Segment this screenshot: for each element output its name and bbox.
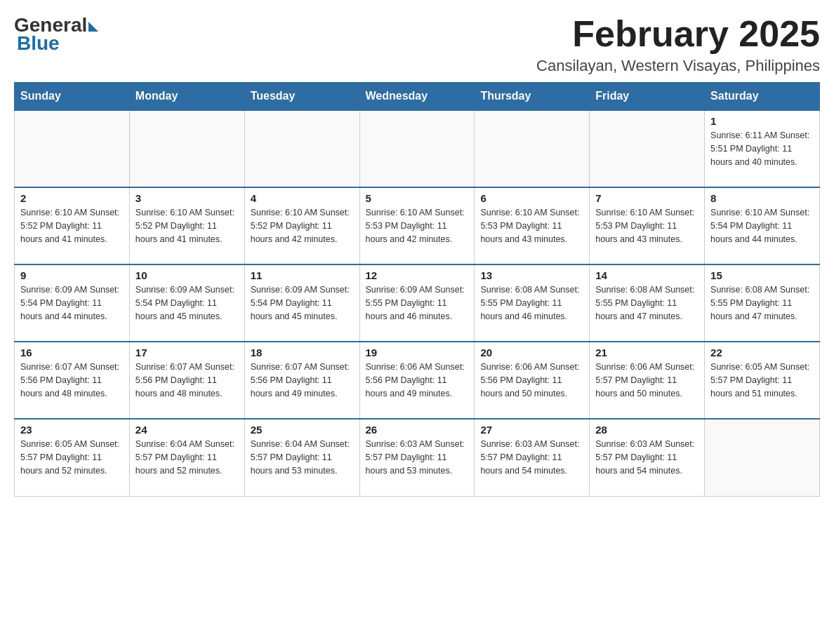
weekday-header-monday: Monday [129, 83, 244, 111]
day-number: 16 [20, 347, 124, 358]
calendar-cell: 28Sunrise: 6:03 AM Sunset: 5:57 PM Dayli… [590, 419, 705, 496]
weekday-header-thursday: Thursday [475, 83, 590, 111]
day-info: Sunrise: 6:06 AM Sunset: 5:56 PM Dayligh… [480, 361, 583, 400]
day-number: 9 [20, 269, 124, 281]
weekday-header-tuesday: Tuesday [244, 83, 359, 111]
location-title: Cansilayan, Western Visayas, Philippines [536, 57, 820, 75]
day-number: 5 [366, 192, 469, 204]
calendar-table: SundayMondayTuesdayWednesdayThursdayFrid… [14, 82, 820, 497]
calendar-cell: 7Sunrise: 6:10 AM Sunset: 5:53 PM Daylig… [590, 187, 705, 264]
calendar-cell: 26Sunrise: 6:03 AM Sunset: 5:57 PM Dayli… [359, 419, 475, 496]
day-info: Sunrise: 6:08 AM Sunset: 5:55 PM Dayligh… [595, 283, 699, 323]
calendar-cell: 18Sunrise: 6:07 AM Sunset: 5:56 PM Dayli… [244, 342, 359, 419]
day-number: 4 [251, 192, 354, 204]
day-number: 27 [480, 424, 583, 436]
calendar-cell [359, 110, 475, 187]
calendar-cell: 11Sunrise: 6:09 AM Sunset: 5:54 PM Dayli… [244, 264, 359, 342]
day-number: 1 [710, 115, 814, 127]
day-info: Sunrise: 6:03 AM Sunset: 5:57 PM Dayligh… [480, 438, 583, 477]
calendar-cell: 21Sunrise: 6:06 AM Sunset: 5:57 PM Dayli… [590, 342, 705, 419]
day-number: 24 [135, 424, 239, 436]
day-info: Sunrise: 6:10 AM Sunset: 5:52 PM Dayligh… [251, 206, 354, 246]
calendar-cell: 5Sunrise: 6:10 AM Sunset: 5:53 PM Daylig… [359, 187, 475, 264]
day-number: 22 [710, 347, 814, 358]
day-number: 21 [595, 347, 699, 358]
day-info: Sunrise: 6:09 AM Sunset: 5:55 PM Dayligh… [366, 283, 469, 323]
day-number: 20 [480, 347, 583, 358]
calendar-cell [475, 110, 590, 187]
day-info: Sunrise: 6:08 AM Sunset: 5:55 PM Dayligh… [480, 283, 583, 323]
day-number: 17 [135, 347, 239, 358]
day-number: 7 [595, 192, 699, 204]
logo-arrow-icon [88, 22, 98, 32]
day-info: Sunrise: 6:10 AM Sunset: 5:54 PM Dayligh… [710, 206, 814, 246]
week-row-2: 2Sunrise: 6:10 AM Sunset: 5:52 PM Daylig… [15, 187, 820, 264]
calendar-cell: 10Sunrise: 6:09 AM Sunset: 5:54 PM Dayli… [129, 264, 244, 342]
calendar-cell: 8Sunrise: 6:10 AM Sunset: 5:54 PM Daylig… [705, 187, 820, 264]
weekday-header-wednesday: Wednesday [359, 83, 475, 111]
day-info: Sunrise: 6:07 AM Sunset: 5:56 PM Dayligh… [20, 361, 124, 400]
day-info: Sunrise: 6:04 AM Sunset: 5:57 PM Dayligh… [135, 438, 239, 477]
day-number: 23 [20, 424, 124, 436]
logo: General Blue [14, 14, 98, 55]
day-number: 6 [480, 192, 583, 204]
day-number: 13 [480, 269, 583, 281]
day-info: Sunrise: 6:10 AM Sunset: 5:53 PM Dayligh… [595, 206, 699, 246]
day-info: Sunrise: 6:05 AM Sunset: 5:57 PM Dayligh… [710, 361, 814, 400]
week-row-5: 23Sunrise: 6:05 AM Sunset: 5:57 PM Dayli… [15, 419, 820, 496]
day-number: 2 [20, 192, 124, 204]
day-number: 15 [710, 269, 814, 281]
calendar-cell: 23Sunrise: 6:05 AM Sunset: 5:57 PM Dayli… [15, 419, 130, 496]
calendar-cell: 16Sunrise: 6:07 AM Sunset: 5:56 PM Dayli… [15, 342, 130, 419]
calendar-cell: 9Sunrise: 6:09 AM Sunset: 5:54 PM Daylig… [15, 264, 130, 342]
day-number: 10 [135, 269, 239, 281]
calendar-cell: 13Sunrise: 6:08 AM Sunset: 5:55 PM Dayli… [475, 264, 590, 342]
calendar-cell: 17Sunrise: 6:07 AM Sunset: 5:56 PM Dayli… [129, 342, 244, 419]
calendar-cell [129, 110, 244, 187]
calendar-cell: 19Sunrise: 6:06 AM Sunset: 5:56 PM Dayli… [359, 342, 475, 419]
day-info: Sunrise: 6:08 AM Sunset: 5:55 PM Dayligh… [710, 283, 814, 323]
day-info: Sunrise: 6:06 AM Sunset: 5:57 PM Dayligh… [595, 361, 699, 400]
day-number: 14 [595, 269, 699, 281]
calendar-cell [705, 419, 820, 496]
day-number: 11 [251, 269, 354, 281]
calendar-cell: 24Sunrise: 6:04 AM Sunset: 5:57 PM Dayli… [129, 419, 244, 496]
week-row-3: 9Sunrise: 6:09 AM Sunset: 5:54 PM Daylig… [15, 264, 820, 342]
day-info: Sunrise: 6:11 AM Sunset: 5:51 PM Dayligh… [710, 129, 814, 168]
calendar-cell: 14Sunrise: 6:08 AM Sunset: 5:55 PM Dayli… [590, 264, 705, 342]
day-number: 28 [595, 424, 699, 436]
day-number: 19 [366, 347, 469, 358]
calendar-cell: 4Sunrise: 6:10 AM Sunset: 5:52 PM Daylig… [244, 187, 359, 264]
calendar-cell [15, 110, 130, 187]
week-row-1: 1Sunrise: 6:11 AM Sunset: 5:51 PM Daylig… [15, 110, 820, 187]
weekday-header-sunday: Sunday [15, 83, 130, 111]
weekday-header-saturday: Saturday [705, 83, 820, 111]
calendar-header-row: SundayMondayTuesdayWednesdayThursdayFrid… [15, 83, 820, 111]
calendar-cell [244, 110, 359, 187]
day-info: Sunrise: 6:07 AM Sunset: 5:56 PM Dayligh… [251, 361, 354, 400]
week-row-4: 16Sunrise: 6:07 AM Sunset: 5:56 PM Dayli… [15, 342, 820, 419]
day-info: Sunrise: 6:09 AM Sunset: 5:54 PM Dayligh… [135, 283, 239, 323]
logo-blue-text: Blue [17, 32, 60, 55]
calendar-cell: 12Sunrise: 6:09 AM Sunset: 5:55 PM Dayli… [359, 264, 475, 342]
calendar-cell: 6Sunrise: 6:10 AM Sunset: 5:53 PM Daylig… [475, 187, 590, 264]
weekday-header-friday: Friday [590, 83, 705, 111]
day-number: 8 [710, 192, 814, 204]
calendar-cell: 1Sunrise: 6:11 AM Sunset: 5:51 PM Daylig… [705, 110, 820, 187]
day-info: Sunrise: 6:04 AM Sunset: 5:57 PM Dayligh… [251, 438, 354, 477]
calendar-cell: 22Sunrise: 6:05 AM Sunset: 5:57 PM Dayli… [705, 342, 820, 419]
day-number: 12 [366, 269, 469, 281]
day-info: Sunrise: 6:07 AM Sunset: 5:56 PM Dayligh… [135, 361, 239, 400]
title-block: February 2025 Cansilayan, Western Visaya… [536, 14, 820, 75]
day-info: Sunrise: 6:06 AM Sunset: 5:56 PM Dayligh… [366, 361, 469, 400]
day-info: Sunrise: 6:10 AM Sunset: 5:52 PM Dayligh… [135, 206, 239, 246]
calendar-cell: 27Sunrise: 6:03 AM Sunset: 5:57 PM Dayli… [475, 419, 590, 496]
month-title: February 2025 [536, 14, 820, 54]
calendar-cell: 2Sunrise: 6:10 AM Sunset: 5:52 PM Daylig… [15, 187, 130, 264]
calendar-cell: 15Sunrise: 6:08 AM Sunset: 5:55 PM Dayli… [705, 264, 820, 342]
calendar-cell [590, 110, 705, 187]
day-info: Sunrise: 6:10 AM Sunset: 5:53 PM Dayligh… [366, 206, 469, 246]
day-info: Sunrise: 6:09 AM Sunset: 5:54 PM Dayligh… [251, 283, 354, 323]
day-info: Sunrise: 6:03 AM Sunset: 5:57 PM Dayligh… [595, 438, 699, 477]
day-number: 18 [251, 347, 354, 358]
